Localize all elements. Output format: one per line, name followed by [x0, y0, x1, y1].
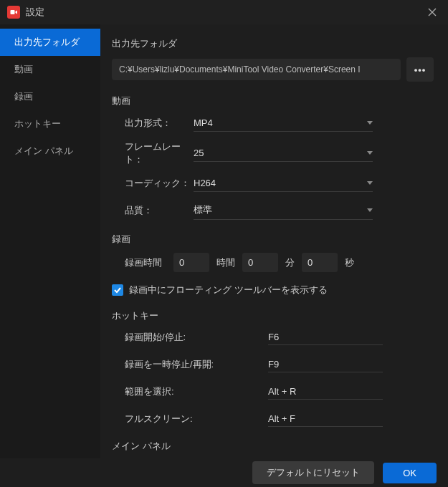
hotkey-region-field[interactable]: Alt + R [268, 384, 383, 400]
section-title-mainpanel: メイン パネル [112, 440, 434, 453]
output-path-input[interactable] [112, 59, 401, 80]
sidebar-item-label: 録画 [14, 91, 33, 102]
browse-button[interactable]: ••• [406, 57, 434, 82]
hotkey-row-pause: 録画を一時停止/再開: F9 [112, 357, 434, 372]
close-icon[interactable] [424, 4, 441, 21]
svg-rect-0 [11, 10, 15, 14]
sidebar-item-label: 動画 [14, 64, 33, 74]
row-codec: コーディック： H264 [112, 175, 434, 192]
hours-input[interactable] [173, 253, 209, 272]
row-framerate: フレームレート： 25 [112, 140, 434, 166]
codec-label: コーディック： [125, 177, 194, 190]
sidebar-item-label: 出力先フォルダ [14, 37, 80, 47]
toolbar-checkbox[interactable] [112, 284, 123, 296]
minutes-input[interactable] [242, 253, 278, 272]
window-title: 設定 [26, 6, 424, 19]
hotkey-start-stop-label: 録画開始/停止: [125, 331, 268, 344]
chevron-down-icon [367, 121, 373, 125]
hotkey-row-fullscreen: フルスクリーン: Alt + F [112, 411, 434, 427]
framerate-select[interactable]: 25 [194, 145, 373, 162]
format-value: MP4 [194, 117, 213, 128]
dialog-body: 出力先フォルダ 動画 録画 ホットキー メイン パネル 出力先フォルダ ••• … [0, 24, 448, 458]
sidebar: 出力先フォルダ 動画 録画 ホットキー メイン パネル [0, 24, 100, 458]
toolbar-checkbox-row: 録画中にフローティング ツールバーを表示する [112, 284, 434, 296]
hotkey-pause-label: 録画を一時停止/再開: [125, 358, 268, 371]
sidebar-item-output-folder[interactable]: 出力先フォルダ [0, 29, 100, 56]
codec-value: H264 [194, 178, 216, 188]
hotkey-start-stop-field[interactable]: F6 [268, 329, 383, 345]
content-pane: 出力先フォルダ ••• 動画 出力形式： MP4 フレームレート： 25 コーデ… [100, 24, 448, 458]
framerate-label: フレームレート： [125, 140, 194, 166]
footer: デフォルトにリセット OK [0, 458, 448, 487]
seconds-unit: 秒 [345, 256, 354, 269]
section-title-hotkey: ホットキー [112, 309, 434, 322]
framerate-value: 25 [194, 148, 204, 158]
hotkey-row-region: 範囲を選択: Alt + R [112, 384, 434, 400]
quality-value: 標準 [194, 203, 212, 216]
quality-label: 品質： [125, 204, 194, 217]
section-title-video: 動画 [112, 95, 434, 107]
row-quality: 品質： 標準 [112, 201, 434, 220]
format-label: 出力形式： [125, 117, 194, 130]
hotkey-fullscreen-label: フルスクリーン: [125, 413, 268, 425]
sidebar-item-video[interactable]: 動画 [0, 56, 100, 83]
check-icon [113, 286, 122, 294]
ellipsis-icon: ••• [414, 64, 426, 75]
output-path-row: ••• [112, 57, 434, 82]
format-select[interactable]: MP4 [194, 115, 373, 132]
titlebar: 設定 [0, 0, 448, 24]
record-time-row: 録画時間 時間 分 秒 [112, 253, 434, 272]
app-icon [7, 6, 20, 19]
chevron-down-icon [367, 151, 373, 155]
minutes-unit: 分 [285, 256, 295, 269]
seconds-input[interactable] [302, 253, 338, 272]
sidebar-item-record[interactable]: 録画 [0, 83, 100, 110]
record-time-label: 録画時間 [125, 256, 162, 269]
hotkey-fullscreen-field[interactable]: Alt + F [268, 411, 383, 427]
chevron-down-icon [367, 208, 373, 212]
hotkey-region-label: 範囲を選択: [125, 385, 268, 398]
chevron-down-icon [367, 181, 373, 185]
toolbar-checkbox-label: 録画中にフローティング ツールバーを表示する [129, 284, 328, 296]
codec-select[interactable]: H264 [194, 175, 373, 192]
hours-unit: 時間 [216, 256, 235, 269]
sidebar-item-main-panel[interactable]: メイン パネル [0, 138, 100, 165]
reset-button[interactable]: デフォルトにリセット [252, 461, 374, 484]
hotkey-pause-field[interactable]: F9 [268, 357, 383, 372]
ok-button[interactable]: OK [383, 463, 437, 483]
section-title-output: 出力先フォルダ [112, 37, 434, 50]
sidebar-item-label: メイン パネル [14, 145, 73, 156]
quality-select[interactable]: 標準 [194, 201, 373, 220]
row-format: 出力形式： MP4 [112, 115, 434, 132]
hotkey-row-start-stop: 録画開始/停止: F6 [112, 329, 434, 345]
sidebar-item-hotkey[interactable]: ホットキー [0, 110, 100, 138]
section-title-record: 録画 [112, 233, 434, 246]
sidebar-item-label: ホットキー [14, 118, 61, 129]
